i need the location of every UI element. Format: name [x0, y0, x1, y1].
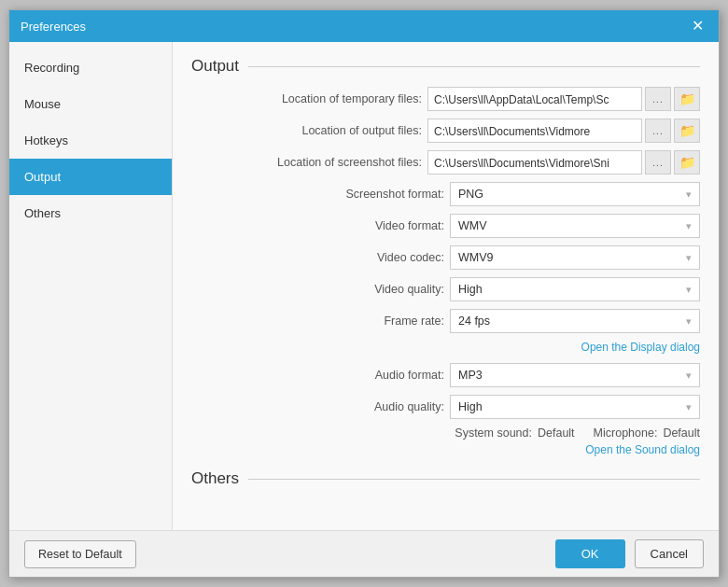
video-quality-value: High [458, 283, 483, 296]
content-area: Recording Mouse Hotkeys Output Others Ou… [9, 42, 719, 530]
cancel-button[interactable]: Cancel [635, 539, 704, 568]
output-files-input-group: C:\Users\ll\Documents\Vidmore ... 📁 [427, 119, 700, 143]
reset-to-default-button[interactable]: Reset to Default [24, 540, 136, 568]
titlebar: Preferences ✕ [9, 10, 719, 42]
screenshot-files-row: Location of screenshot files: C:\Users\l… [191, 150, 700, 175]
audio-quality-label: Audio quality: [374, 400, 444, 413]
output-files-row: Location of output files: C:\Users\ll\Do… [191, 119, 700, 143]
temp-files-input-group: C:\Users\ll\AppData\Local\Temp\Sc ... 📁 [427, 87, 700, 111]
close-button[interactable]: ✕ [688, 19, 707, 34]
video-quality-row: Video quality: High ▾ [191, 277, 700, 301]
screenshot-format-value: PNG [458, 188, 483, 201]
chevron-down-icon: ▾ [686, 315, 692, 328]
display-dialog-link-row: Open the Display dialog [191, 341, 700, 354]
folder-icon: 📁 [679, 91, 695, 106]
sidebar-item-output[interactable]: Output [9, 159, 172, 195]
sidebar-item-mouse[interactable]: Mouse [9, 86, 172, 122]
chevron-down-icon: ▾ [686, 370, 692, 382]
open-display-dialog-link[interactable]: Open the Display dialog [581, 341, 700, 354]
screenshot-format-label: Screenshot format: [345, 188, 444, 201]
screenshot-files-value: C:\Users\ll\Documents\Vidmore\Sni [427, 150, 642, 175]
folder-icon: 📁 [679, 123, 695, 138]
open-sound-dialog-link[interactable]: Open the Sound dialog [585, 443, 700, 456]
temp-files-folder-button[interactable]: 📁 [674, 87, 700, 111]
sidebar: Recording Mouse Hotkeys Output Others [9, 42, 173, 530]
window-title: Preferences [21, 20, 86, 34]
microphone-label: Microphone: [594, 426, 658, 440]
audio-format-value: MP3 [458, 369, 483, 382]
footer-right-buttons: OK Cancel [555, 539, 704, 568]
chevron-down-icon: ▾ [686, 252, 692, 264]
video-codec-select[interactable]: WMV9 ▾ [450, 245, 700, 270]
screenshot-files-folder-button[interactable]: 📁 [674, 150, 700, 175]
audio-quality-select[interactable]: High ▾ [450, 395, 700, 419]
audio-quality-row: Audio quality: High ▾ [191, 395, 700, 419]
preferences-window: Preferences ✕ Recording Mouse Hotkeys Ou… [8, 9, 720, 578]
screenshot-format-row: Screenshot format: PNG ▾ [191, 182, 700, 206]
output-files-label: Location of output files: [301, 124, 422, 137]
screenshot-format-select[interactable]: PNG ▾ [450, 182, 700, 206]
folder-icon: 📁 [679, 155, 695, 170]
audio-format-label: Audio format: [375, 369, 444, 382]
video-format-row: Video format: WMV ▾ [191, 214, 700, 238]
footer: Reset to Default OK Cancel [9, 530, 719, 577]
screenshot-files-label: Location of screenshot files: [277, 156, 422, 169]
frame-rate-row: Frame rate: 24 fps ▾ [191, 309, 700, 333]
output-files-dots-button[interactable]: ... [645, 119, 671, 143]
video-format-label: Video format: [375, 219, 444, 232]
others-section-title: Others [191, 469, 700, 488]
chevron-down-icon: ▾ [686, 189, 692, 201]
video-quality-label: Video quality: [374, 283, 444, 296]
sidebar-item-hotkeys[interactable]: Hotkeys [9, 122, 172, 159]
output-files-value: C:\Users\ll\Documents\Vidmore [427, 119, 642, 143]
chevron-down-icon: ▾ [686, 220, 692, 232]
system-sound-label: System sound: [455, 426, 532, 440]
sidebar-item-others[interactable]: Others [9, 195, 172, 231]
video-codec-row: Video codec: WMV9 ▾ [191, 245, 700, 270]
output-section-title: Output [191, 57, 700, 76]
main-area: Output Location of temporary files: C:\U… [173, 42, 719, 530]
temp-files-value: C:\Users\ll\AppData\Local\Temp\Sc [427, 87, 642, 111]
video-quality-select[interactable]: High ▾ [450, 277, 700, 301]
audio-format-select[interactable]: MP3 ▾ [450, 363, 700, 387]
video-format-select[interactable]: WMV ▾ [450, 214, 700, 238]
frame-rate-label: Frame rate: [384, 314, 444, 328]
video-codec-value: WMV9 [458, 251, 494, 264]
temp-files-row: Location of temporary files: C:\Users\ll… [191, 87, 700, 111]
frame-rate-select[interactable]: 24 fps ▾ [450, 309, 700, 333]
ok-button[interactable]: OK [555, 539, 625, 568]
system-sound-info: System sound: Default [455, 426, 574, 440]
audio-quality-value: High [458, 400, 483, 413]
chevron-down-icon: ▾ [686, 401, 692, 413]
sidebar-item-recording[interactable]: Recording [9, 49, 172, 86]
video-codec-label: Video codec: [377, 251, 444, 264]
screenshot-files-dots-button[interactable]: ... [645, 150, 671, 175]
system-sound-row: System sound: Default Microphone: Defaul… [191, 426, 700, 440]
chevron-down-icon: ▾ [686, 284, 692, 296]
microphone-value: Default [663, 426, 700, 440]
temp-files-label: Location of temporary files: [282, 92, 422, 105]
screenshot-files-input-group: C:\Users\ll\Documents\Vidmore\Sni ... 📁 [427, 150, 700, 175]
sound-dialog-link-row: Open the Sound dialog [191, 443, 700, 456]
frame-rate-value: 24 fps [458, 314, 490, 328]
temp-files-dots-button[interactable]: ... [645, 87, 671, 111]
audio-format-row: Audio format: MP3 ▾ [191, 363, 700, 387]
microphone-info: Microphone: Default [594, 426, 700, 440]
video-format-value: WMV [458, 219, 487, 232]
output-files-folder-button[interactable]: 📁 [674, 119, 700, 143]
system-sound-value: Default [538, 426, 575, 440]
